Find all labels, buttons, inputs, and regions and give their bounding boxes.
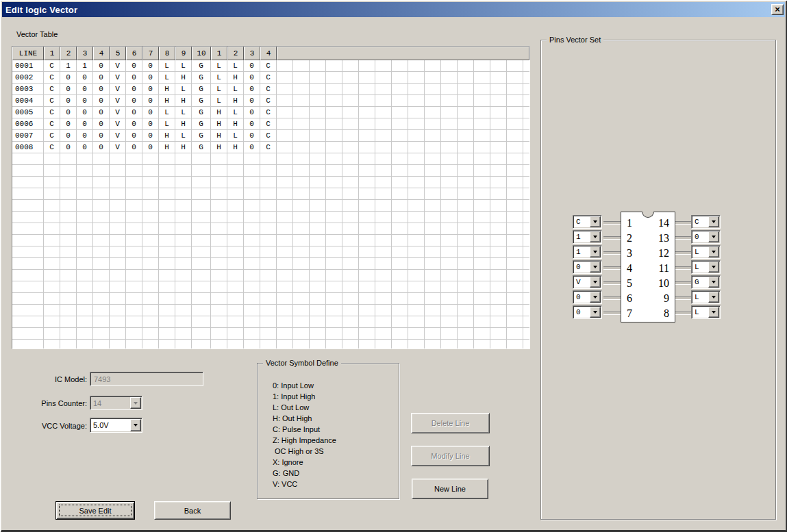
pin-14-select[interactable]: C — [691, 215, 721, 229]
empty-cell — [293, 200, 310, 212]
empty-cell — [375, 177, 392, 188]
empty-cell — [507, 246, 523, 258]
table-row[interactable]: 0005C000V00LLGHL0C — [12, 107, 529, 118]
pin-13-select[interactable]: 0 — [691, 230, 721, 244]
pin-7-select[interactable]: 0 — [573, 305, 602, 319]
pin-number: 8 — [658, 306, 669, 321]
table-row[interactable]: 0001C110V00LLGLL0C — [12, 60, 529, 72]
empty-cell — [474, 200, 490, 212]
line-number-cell — [12, 235, 44, 246]
empty-cell — [523, 340, 530, 349]
value-cell — [126, 340, 142, 349]
line-number-cell: 0007 — [12, 130, 44, 142]
empty-cell — [326, 72, 342, 84]
value-cell: C — [44, 118, 60, 130]
pin-6-select[interactable]: 0 — [573, 290, 602, 304]
empty-cell — [375, 223, 392, 235]
value-cell — [227, 258, 244, 270]
empty-cell — [441, 107, 458, 118]
value-cell — [142, 200, 159, 212]
value-cell — [227, 281, 244, 293]
pin-stub — [675, 296, 691, 300]
value-cell — [175, 200, 192, 212]
empty-cell — [359, 165, 375, 177]
table-row[interactable]: 0007C000V00HLGHL0C — [12, 130, 529, 142]
back-button[interactable]: Back — [154, 501, 231, 520]
empty-cell — [408, 165, 425, 177]
pin-4-select[interactable]: 0 — [573, 260, 602, 274]
empty-cell — [523, 281, 530, 293]
pin-5-select[interactable]: V — [573, 275, 602, 289]
empty-cell — [425, 212, 441, 223]
empty-cell — [490, 107, 507, 118]
empty-cell — [458, 200, 474, 212]
empty-cell — [375, 316, 392, 328]
pin-select-value: 0 — [692, 231, 708, 243]
empty-cell — [342, 118, 359, 130]
empty-cell — [375, 130, 392, 142]
value-cell — [260, 316, 277, 328]
pin-number: 6 — [627, 291, 632, 306]
empty-cell — [359, 130, 375, 142]
table-row[interactable]: 0004C000V00HHGLH0C — [12, 95, 529, 107]
line-number-cell — [12, 200, 44, 212]
pin-1-select[interactable]: C — [573, 215, 602, 229]
empty-cell — [458, 293, 474, 305]
table-row[interactable]: 0006C000V00LHGHH0C — [12, 118, 529, 130]
line-number-cell: 0008 — [12, 142, 44, 153]
chevron-down-icon — [130, 419, 141, 431]
line-number-cell — [12, 153, 44, 165]
pin-11-select[interactable]: L — [691, 260, 721, 274]
column-header: 2 — [227, 47, 244, 60]
pin-10-select[interactable]: G — [691, 275, 721, 289]
value-cell — [192, 223, 211, 235]
value-cell — [142, 281, 159, 293]
value-cell — [244, 281, 260, 293]
new-line-button[interactable]: New Line — [412, 479, 488, 499]
left-pin-selects: C110V00 — [573, 215, 602, 320]
empty-cell — [458, 177, 474, 188]
vcc-voltage-select[interactable]: 5.0V — [90, 418, 142, 433]
symbol-define-line: 0: Input Low — [273, 380, 396, 391]
pin-number: 2 — [627, 231, 632, 246]
value-cell — [110, 153, 126, 165]
empty-cell — [277, 130, 293, 142]
line-number-cell: 0001 — [12, 60, 44, 72]
empty-cell — [507, 305, 523, 316]
pin-8-select[interactable]: L — [691, 305, 721, 319]
vector-symbol-define-group: Vector Symbol Define 0: Input Low1: Inpu… — [257, 363, 399, 499]
close-button[interactable]: × — [771, 4, 784, 15]
pin-number: 13 — [658, 231, 669, 246]
pin-9-select[interactable]: L — [691, 290, 721, 304]
symbol-define-line: Z: High Impedance — [273, 435, 396, 446]
empty-cell — [342, 316, 359, 328]
pin-2-select[interactable]: 1 — [573, 230, 602, 244]
table-row[interactable]: 0003C000V00HLGLL0C — [12, 84, 529, 95]
save-edit-button[interactable]: Save Edit — [55, 501, 135, 520]
empty-cell — [342, 72, 359, 84]
empty-cell — [474, 316, 490, 328]
empty-cell — [310, 142, 326, 153]
pin-select-value: L — [692, 261, 708, 273]
table-row[interactable]: 0008C000V00HHGHH0C — [12, 142, 529, 153]
empty-cell — [326, 107, 342, 118]
pin-12-select[interactable]: L — [691, 245, 721, 259]
empty-cell — [375, 153, 392, 165]
pin-3-select[interactable]: 1 — [573, 245, 602, 259]
pin-select-value: L — [692, 246, 708, 258]
value-cell — [60, 212, 77, 223]
table-row[interactable]: 0002C000V00LHGLH0C — [12, 72, 529, 84]
value-cell — [260, 270, 277, 281]
value-cell: H — [227, 118, 244, 130]
empty-cell — [359, 188, 375, 200]
empty-cell — [359, 212, 375, 223]
empty-cell — [326, 270, 342, 281]
empty-cell — [392, 340, 408, 349]
chevron-down-glyph — [134, 402, 138, 405]
empty-cell — [392, 281, 408, 293]
pin-select-value: 0 — [573, 261, 589, 273]
chevron-down-glyph — [593, 236, 597, 238]
value-cell: C — [260, 130, 277, 142]
empty-cell — [458, 95, 474, 107]
value-cell — [211, 177, 227, 188]
